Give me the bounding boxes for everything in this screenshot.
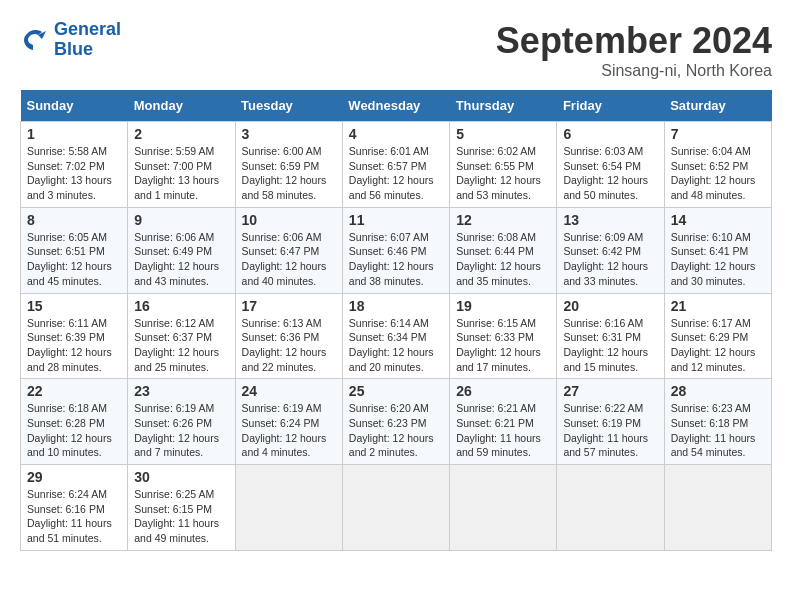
day-number: 18: [349, 298, 443, 314]
table-row: 24 Sunrise: 6:19 AM Sunset: 6:24 PM Dayl…: [235, 379, 342, 465]
sunrise-text: Sunrise: 6:24 AM: [27, 487, 121, 502]
sunrise-text: Sunrise: 5:59 AM: [134, 144, 228, 159]
sunset-text: Sunset: 6:39 PM: [27, 330, 121, 345]
day-info: Sunrise: 6:11 AM Sunset: 6:39 PM Dayligh…: [27, 316, 121, 375]
calendar-table: Sunday Monday Tuesday Wednesday Thursday…: [20, 90, 772, 551]
logo-line1: General: [54, 19, 121, 39]
sunset-text: Sunset: 6:33 PM: [456, 330, 550, 345]
day-number: 12: [456, 212, 550, 228]
sunset-text: Sunset: 6:52 PM: [671, 159, 765, 174]
sunrise-text: Sunrise: 6:14 AM: [349, 316, 443, 331]
day-info: Sunrise: 6:17 AM Sunset: 6:29 PM Dayligh…: [671, 316, 765, 375]
table-row: [557, 465, 664, 551]
table-row: 4 Sunrise: 6:01 AM Sunset: 6:57 PM Dayli…: [342, 122, 449, 208]
sunset-text: Sunset: 6:34 PM: [349, 330, 443, 345]
table-row: 25 Sunrise: 6:20 AM Sunset: 6:23 PM Dayl…: [342, 379, 449, 465]
table-row: 29 Sunrise: 6:24 AM Sunset: 6:16 PM Dayl…: [21, 465, 128, 551]
day-info: Sunrise: 6:19 AM Sunset: 6:26 PM Dayligh…: [134, 401, 228, 460]
daylight-text: Daylight: 12 hours and 45 minutes.: [27, 259, 121, 288]
daylight-text: Daylight: 11 hours and 59 minutes.: [456, 431, 550, 460]
day-number: 16: [134, 298, 228, 314]
daylight-text: Daylight: 12 hours and 7 minutes.: [134, 431, 228, 460]
sunset-text: Sunset: 6:42 PM: [563, 244, 657, 259]
daylight-text: Daylight: 12 hours and 33 minutes.: [563, 259, 657, 288]
daylight-text: Daylight: 12 hours and 38 minutes.: [349, 259, 443, 288]
daylight-text: Daylight: 12 hours and 10 minutes.: [27, 431, 121, 460]
sunrise-text: Sunrise: 6:01 AM: [349, 144, 443, 159]
table-row: 18 Sunrise: 6:14 AM Sunset: 6:34 PM Dayl…: [342, 293, 449, 379]
day-number: 1: [27, 126, 121, 142]
col-saturday: Saturday: [664, 90, 771, 122]
sunrise-text: Sunrise: 6:19 AM: [242, 401, 336, 416]
col-wednesday: Wednesday: [342, 90, 449, 122]
day-number: 27: [563, 383, 657, 399]
daylight-text: Daylight: 12 hours and 20 minutes.: [349, 345, 443, 374]
day-number: 24: [242, 383, 336, 399]
sunset-text: Sunset: 7:02 PM: [27, 159, 121, 174]
table-row: 11 Sunrise: 6:07 AM Sunset: 6:46 PM Dayl…: [342, 207, 449, 293]
day-info: Sunrise: 6:25 AM Sunset: 6:15 PM Dayligh…: [134, 487, 228, 546]
day-number: 23: [134, 383, 228, 399]
daylight-text: Daylight: 13 hours and 1 minute.: [134, 173, 228, 202]
day-info: Sunrise: 6:18 AM Sunset: 6:28 PM Dayligh…: [27, 401, 121, 460]
day-number: 6: [563, 126, 657, 142]
sunrise-text: Sunrise: 6:13 AM: [242, 316, 336, 331]
table-row: 16 Sunrise: 6:12 AM Sunset: 6:37 PM Dayl…: [128, 293, 235, 379]
title-block: September 2024 Sinsang-ni, North Korea: [496, 20, 772, 80]
calendar-week-1: 1 Sunrise: 5:58 AM Sunset: 7:02 PM Dayli…: [21, 122, 772, 208]
sunset-text: Sunset: 6:55 PM: [456, 159, 550, 174]
daylight-text: Daylight: 12 hours and 58 minutes.: [242, 173, 336, 202]
daylight-text: Daylight: 13 hours and 3 minutes.: [27, 173, 121, 202]
table-row: 21 Sunrise: 6:17 AM Sunset: 6:29 PM Dayl…: [664, 293, 771, 379]
table-row: [664, 465, 771, 551]
table-row: [235, 465, 342, 551]
day-info: Sunrise: 6:05 AM Sunset: 6:51 PM Dayligh…: [27, 230, 121, 289]
sunrise-text: Sunrise: 5:58 AM: [27, 144, 121, 159]
sunset-text: Sunset: 6:31 PM: [563, 330, 657, 345]
table-row: 3 Sunrise: 6:00 AM Sunset: 6:59 PM Dayli…: [235, 122, 342, 208]
sunrise-text: Sunrise: 6:03 AM: [563, 144, 657, 159]
sunrise-text: Sunrise: 6:11 AM: [27, 316, 121, 331]
day-info: Sunrise: 6:22 AM Sunset: 6:19 PM Dayligh…: [563, 401, 657, 460]
table-row: 20 Sunrise: 6:16 AM Sunset: 6:31 PM Dayl…: [557, 293, 664, 379]
daylight-text: Daylight: 12 hours and 2 minutes.: [349, 431, 443, 460]
day-number: 10: [242, 212, 336, 228]
day-info: Sunrise: 6:19 AM Sunset: 6:24 PM Dayligh…: [242, 401, 336, 460]
daylight-text: Daylight: 12 hours and 12 minutes.: [671, 345, 765, 374]
day-info: Sunrise: 6:13 AM Sunset: 6:36 PM Dayligh…: [242, 316, 336, 375]
table-row: 14 Sunrise: 6:10 AM Sunset: 6:41 PM Dayl…: [664, 207, 771, 293]
daylight-text: Daylight: 12 hours and 4 minutes.: [242, 431, 336, 460]
daylight-text: Daylight: 12 hours and 40 minutes.: [242, 259, 336, 288]
page-header: General Blue September 2024 Sinsang-ni, …: [20, 20, 772, 80]
day-number: 29: [27, 469, 121, 485]
table-row: 5 Sunrise: 6:02 AM Sunset: 6:55 PM Dayli…: [450, 122, 557, 208]
day-number: 4: [349, 126, 443, 142]
sunrise-text: Sunrise: 6:02 AM: [456, 144, 550, 159]
table-row: 10 Sunrise: 6:06 AM Sunset: 6:47 PM Dayl…: [235, 207, 342, 293]
sunset-text: Sunset: 6:41 PM: [671, 244, 765, 259]
sunset-text: Sunset: 6:26 PM: [134, 416, 228, 431]
sunset-text: Sunset: 6:57 PM: [349, 159, 443, 174]
day-info: Sunrise: 6:02 AM Sunset: 6:55 PM Dayligh…: [456, 144, 550, 203]
table-row: 7 Sunrise: 6:04 AM Sunset: 6:52 PM Dayli…: [664, 122, 771, 208]
calendar-week-5: 29 Sunrise: 6:24 AM Sunset: 6:16 PM Dayl…: [21, 465, 772, 551]
day-info: Sunrise: 6:01 AM Sunset: 6:57 PM Dayligh…: [349, 144, 443, 203]
daylight-text: Daylight: 11 hours and 57 minutes.: [563, 431, 657, 460]
sunset-text: Sunset: 6:18 PM: [671, 416, 765, 431]
table-row: 13 Sunrise: 6:09 AM Sunset: 6:42 PM Dayl…: [557, 207, 664, 293]
sunset-text: Sunset: 6:51 PM: [27, 244, 121, 259]
daylight-text: Daylight: 12 hours and 50 minutes.: [563, 173, 657, 202]
day-number: 9: [134, 212, 228, 228]
logo-text: General Blue: [54, 20, 121, 60]
sunset-text: Sunset: 6:28 PM: [27, 416, 121, 431]
sunrise-text: Sunrise: 6:04 AM: [671, 144, 765, 159]
day-info: Sunrise: 6:04 AM Sunset: 6:52 PM Dayligh…: [671, 144, 765, 203]
sunset-text: Sunset: 6:36 PM: [242, 330, 336, 345]
sunset-text: Sunset: 6:23 PM: [349, 416, 443, 431]
sunset-text: Sunset: 6:49 PM: [134, 244, 228, 259]
day-number: 21: [671, 298, 765, 314]
day-info: Sunrise: 6:06 AM Sunset: 6:49 PM Dayligh…: [134, 230, 228, 289]
sunrise-text: Sunrise: 6:05 AM: [27, 230, 121, 245]
calendar-week-2: 8 Sunrise: 6:05 AM Sunset: 6:51 PM Dayli…: [21, 207, 772, 293]
sunrise-text: Sunrise: 6:12 AM: [134, 316, 228, 331]
